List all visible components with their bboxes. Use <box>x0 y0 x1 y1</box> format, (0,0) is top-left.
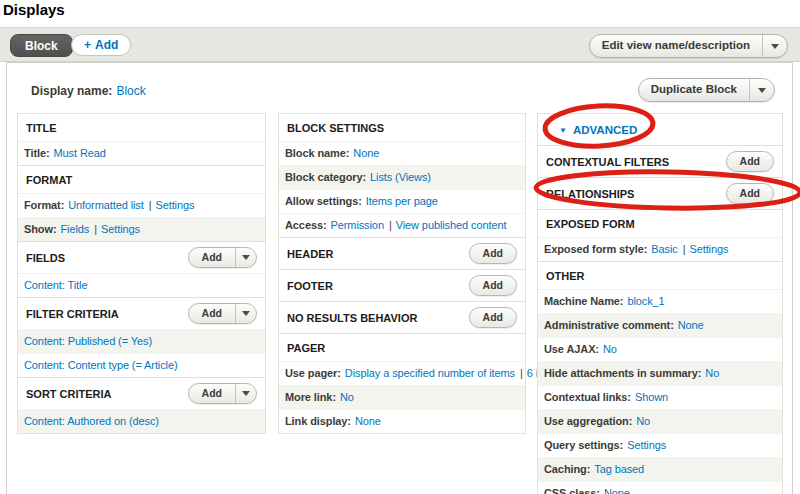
setting-link[interactable]: No <box>705 367 719 379</box>
setting-label: Machine Name: <box>544 295 623 307</box>
edit-view-dropdown-button[interactable] <box>762 35 787 57</box>
setting-link[interactable]: None <box>353 147 379 159</box>
setting-link[interactable]: Lists (Views) <box>370 171 431 183</box>
section-heading: CONTEXTUAL FILTERS <box>546 156 669 168</box>
setting-row: Use pager:Display a specified number of … <box>279 361 525 385</box>
setting-label: Access: <box>285 219 327 231</box>
section-heading: OTHER <box>546 270 585 282</box>
add-button-group: Add <box>726 183 774 204</box>
collapse-triangle-icon: ▼ <box>559 126 567 135</box>
section-heading: FORMAT <box>26 174 72 186</box>
setting-label: Block category: <box>285 171 366 183</box>
add-button[interactable]: Add <box>189 384 235 403</box>
column-block-settings: BLOCK SETTINGS Block name:None Block cat… <box>278 113 526 434</box>
add-button[interactable]: Add <box>470 308 516 327</box>
advanced-label: ADVANCED <box>573 124 637 136</box>
add-dropdown-button[interactable] <box>235 384 256 403</box>
setting-link[interactable]: Basic <box>651 243 677 255</box>
display-name: Display name:Block <box>31 84 146 98</box>
advanced-toggle[interactable]: ▼ADVANCED <box>538 114 782 145</box>
section-heading: NO RESULTS BEHAVIOR <box>287 312 417 324</box>
setting-link[interactable]: None <box>355 415 381 427</box>
setting-link[interactable]: Settings <box>627 439 666 451</box>
edit-view-name-button[interactable]: Edit view name/description <box>590 35 762 57</box>
section-heading: PAGER <box>287 342 325 354</box>
add-button-group: Add <box>726 151 774 172</box>
setting-label: Format: <box>24 199 64 211</box>
setting-link[interactable]: Settings <box>101 223 140 235</box>
setting-link[interactable]: View published content <box>396 219 507 231</box>
bucket-footer: FOOTER Add <box>279 269 525 301</box>
setting-label: More link: <box>285 391 336 403</box>
setting-link[interactable]: Content: Published (= Yes) <box>24 335 152 347</box>
setting-label: Use AJAX: <box>544 343 599 355</box>
setting-row: Content: Content type (= Article) <box>18 353 265 377</box>
setting-row: Content: Title <box>18 273 265 297</box>
add-button[interactable]: Add <box>470 276 516 295</box>
tab-block[interactable]: Block <box>10 34 73 57</box>
add-dropdown-button[interactable] <box>235 248 256 267</box>
section-heading: RELATIONSHIPS <box>546 188 634 200</box>
setting-row: Query settings:Settings <box>538 433 782 457</box>
duplicate-combo: Duplicate Block <box>638 78 775 102</box>
setting-link[interactable]: Unformatted list <box>68 199 143 211</box>
setting-link[interactable]: Content: Authored on (desc) <box>24 415 159 427</box>
bucket-title: TITLE Title:Must Read <box>18 114 265 165</box>
setting-link[interactable]: Fields <box>61 223 90 235</box>
section-heading: HEADER <box>287 248 333 260</box>
setting-row: More link:No <box>279 385 525 409</box>
setting-row: Machine Name:block_1 <box>538 289 782 313</box>
column-advanced: ▼ADVANCED CONTEXTUAL FILTERS Add RELATIO… <box>537 113 783 494</box>
setting-link[interactable]: Display a specified number of items <box>345 367 515 379</box>
setting-row: Exposed form style:Basic|Settings <box>538 237 782 261</box>
duplicate-dropdown-button[interactable] <box>749 79 774 101</box>
setting-link[interactable]: Settings <box>155 199 194 211</box>
setting-label: Query settings: <box>544 439 623 451</box>
add-button[interactable]: Add <box>189 248 235 267</box>
setting-link[interactable]: No <box>603 343 617 355</box>
setting-link[interactable]: None <box>678 319 704 331</box>
add-display-button[interactable]: +Add <box>71 34 131 56</box>
chevron-down-icon <box>758 88 766 93</box>
setting-label: Use pager: <box>285 367 341 379</box>
add-dropdown-button[interactable] <box>235 304 256 323</box>
add-button[interactable]: Add <box>727 152 773 171</box>
setting-row: Link display:None <box>279 409 525 433</box>
setting-link[interactable]: Permission <box>331 219 384 231</box>
setting-link[interactable]: No <box>340 391 354 403</box>
add-button[interactable]: Add <box>727 184 773 203</box>
bucket-relationships: RELATIONSHIPS Add <box>538 177 782 209</box>
bucket-advanced-toggle: ▼ADVANCED <box>538 114 782 145</box>
setting-link[interactable]: Must Read <box>53 147 105 159</box>
add-button-group: Add <box>469 307 517 328</box>
add-button[interactable]: Add <box>189 304 235 323</box>
display-tab-bar: Block +Add Edit view name/description <box>0 27 800 62</box>
display-name-value-link[interactable]: Block <box>116 84 145 98</box>
setting-link[interactable]: Content: Title <box>24 279 87 291</box>
setting-link[interactable]: Settings <box>689 243 728 255</box>
setting-link[interactable]: Tag based <box>594 463 644 475</box>
setting-link[interactable]: block_1 <box>627 295 664 307</box>
setting-row: Show:Fields|Settings <box>18 217 265 241</box>
bucket-contextual-filters: CONTEXTUAL FILTERS Add <box>538 145 782 177</box>
setting-link[interactable]: Items per page <box>366 195 438 207</box>
setting-row: Hide attachments in summary:No <box>538 361 782 385</box>
setting-link[interactable]: Shown <box>635 391 668 403</box>
bucket-exposed-form: EXPOSED FORM Exposed form style:Basic|Se… <box>538 209 782 261</box>
setting-row: Format:Unformatted list|Settings <box>18 193 265 217</box>
bucket-other: OTHER Machine Name:block_1 Administrativ… <box>538 261 782 494</box>
separator: | <box>389 219 392 231</box>
section-heading: SORT CRITERIA <box>26 388 112 400</box>
duplicate-block-button[interactable]: Duplicate Block <box>639 79 749 101</box>
setting-link[interactable]: Content: Content type (= Article) <box>24 359 178 371</box>
add-button[interactable]: Add <box>470 244 516 263</box>
setting-label: Use aggregation: <box>544 415 632 427</box>
display-name-label: Display name: <box>31 84 112 98</box>
display-settings-panel: Display name:Block Duplicate Block TITLE… <box>6 62 793 494</box>
setting-link[interactable]: None <box>604 487 630 494</box>
add-button-group: Add <box>188 303 257 324</box>
setting-link[interactable]: No <box>636 415 650 427</box>
section-heading: FOOTER <box>287 280 333 292</box>
section-heading: FIELDS <box>26 252 65 264</box>
bucket-filter-criteria: FILTER CRITERIA Add Content: Published (… <box>18 297 265 377</box>
